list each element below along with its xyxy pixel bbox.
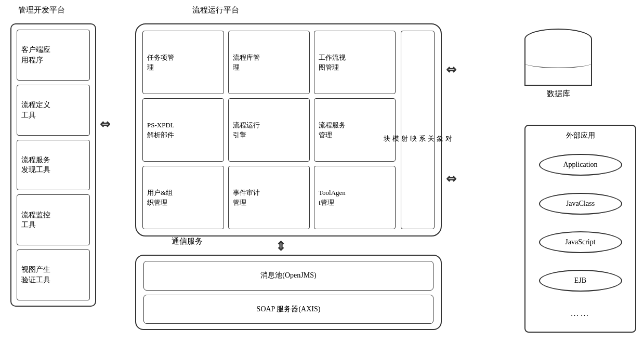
comm-item-0: 消息池(OpenJMS) [143,261,433,291]
comm-item-1: SOAP 服务器(AXIS) [143,295,433,324]
left-panel: 客户端应用程序 流程定义工具 流程服务发现工具 流程监控工具 视图产生验证工具 [10,23,96,307]
left-center-arrow: ⇔ [100,117,110,132]
center-ext-arrow: ⇔ [446,172,456,186]
comm-section-label: 通信服务 [172,236,203,246]
ext-items-container: Application JavaClass JavaScript EJB …… [533,146,628,326]
database-label: 数据库 [524,89,592,99]
grid-item-4: 流程运行引擎 [228,98,310,162]
left-section-label: 管理开发平台 [18,5,65,15]
comm-panel: 消息池(OpenJMS) SOAP 服务器(AXIS) [135,255,442,330]
grid-item-2: 工作流视图管理 [314,31,396,94]
left-item-2: 流程服务发现工具 [17,140,90,191]
left-item-3: 流程监控工具 [17,194,90,245]
ext-item-1: JavaClass [539,193,622,215]
ext-panel-title: 外部应用 [533,131,628,140]
obj-mapping: 对象关系映射模块 [401,31,435,229]
left-item-4: 视图产生验证工具 [17,249,90,300]
center-section-label: 流程运行平台 [192,5,239,15]
center-comm-arrow: ⇕ [275,239,286,254]
diagram-container: 管理开发平台 流程运行平台 通信服务 客户端应用程序 流程定义工具 流程服务发现… [0,0,644,355]
database-cylinder [524,29,592,96]
grid-item-0: 任务项管理 [142,31,224,94]
ext-item-3: EJB [539,270,622,292]
grid-item-1: 流程库管理 [228,31,310,94]
ext-dots: …… [571,309,590,318]
left-item-0: 客户端应用程序 [17,30,90,81]
center-db-arrow: ⇔ [446,62,456,77]
grid-item-3: PS-XPDL解析部件 [142,98,224,162]
database-container: 数据库 [524,29,592,96]
ext-item-0: Application [539,154,622,176]
center-panel: 任务项管理 流程库管理 工作流视图管理 PS-XPDL解析部件 流程运行引擎 流… [135,23,442,236]
left-item-1: 流程定义工具 [17,85,90,136]
ext-panel: 外部应用 Application JavaClass JavaScript EJ… [524,125,636,333]
ext-item-2: JavaScript [539,231,622,253]
grid-item-8: ToolAgent管理 [314,166,396,229]
grid-item-6: 用户&组织管理 [142,166,224,229]
grid-item-7: 事件审计管理 [228,166,310,229]
